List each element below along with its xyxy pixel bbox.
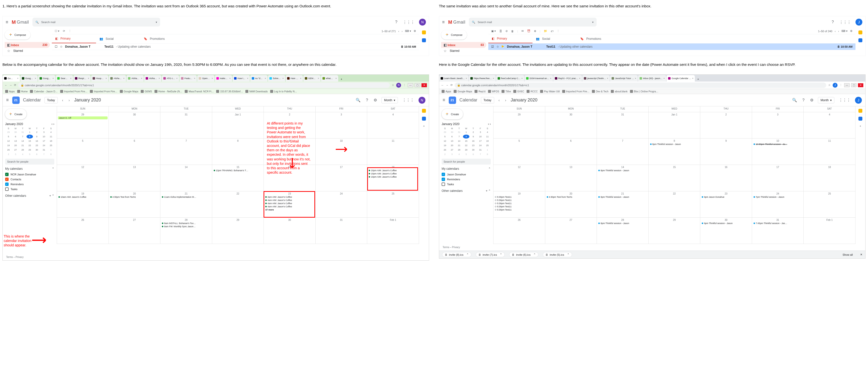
- calendar-grid[interactable]: SUNMONTUEWEDTHUFRISAT29Jason D. Off3031J…: [57, 106, 419, 244]
- tasks-icon[interactable]: [422, 38, 426, 42]
- input-tools-icon[interactable]: ⌨ ▾: [405, 29, 411, 33]
- add-icon[interactable]: +: [860, 125, 861, 127]
- day-cell[interactable]: 4: [804, 112, 856, 139]
- back-icon[interactable]: ←: [441, 84, 444, 87]
- menu-icon[interactable]: ≡: [6, 20, 8, 25]
- move-icon[interactable]: 📁: [544, 29, 547, 33]
- max-button[interactable]: ▢: [414, 83, 420, 87]
- browser-tab[interactable]: Go…×: [3, 75, 20, 82]
- day-cell[interactable]: 6: [109, 139, 161, 165]
- menu-icon[interactable]: ≡: [442, 20, 445, 25]
- browser-tab[interactable]: Open…×: [197, 75, 214, 82]
- tab-social[interactable]: 👥Social: [532, 34, 577, 43]
- day-cell[interactable]: 31: [597, 112, 649, 139]
- browser-tab[interactable]: Aloha…×: [126, 75, 144, 82]
- next-icon[interactable]: ›: [490, 122, 491, 126]
- spam-icon[interactable]: ⊘: [505, 29, 508, 33]
- help-icon[interactable]: ?: [394, 19, 398, 25]
- archive-icon[interactable]: 🗄: [499, 30, 502, 33]
- browser-tab[interactable]: what…×: [321, 75, 338, 82]
- back-icon[interactable]: ←: [5, 84, 7, 87]
- next-icon[interactable]: ›: [402, 30, 403, 33]
- day-cell[interactable]: 25: [367, 191, 419, 218]
- add-task-icon[interactable]: ⊕: [534, 29, 536, 33]
- mail-row[interactable]: ☑ ☆ ⯈ Donahue, Jason T Test11 - Updating…: [488, 43, 856, 50]
- close-button[interactable]: ✕: [422, 83, 427, 87]
- search-people-input[interactable]: Search for people: [442, 159, 491, 164]
- folder-inbox[interactable]: ◧ Inbox 230: [5, 42, 50, 48]
- day-cell[interactable]: 6: [545, 139, 597, 165]
- checkbox[interactable]: ☐: [55, 45, 58, 49]
- day-cell[interactable]: 30: [109, 112, 161, 139]
- browser-tab[interactable]: Sear…×: [56, 75, 73, 82]
- browser-tab[interactable]: Hoop…×: [91, 75, 108, 82]
- tab-primary[interactable]: ◧Primary: [52, 34, 96, 43]
- tab-social[interactable]: 👥Social: [96, 34, 140, 43]
- new-tab-button[interactable]: +: [695, 77, 701, 82]
- url-input[interactable]: 🔒 calendar.google.com/calendar/r/month/2…: [18, 83, 390, 88]
- browser-tab[interactable]: Repl.it - FCC prac…×: [553, 75, 582, 82]
- bookmark[interactable]: about:blank: [611, 90, 627, 93]
- browser-tab[interactable]: Goog…×: [38, 75, 55, 82]
- bookmark[interactable]: MassTransit: NCR Fi…: [185, 90, 214, 93]
- browser-tab[interactable]: make…×: [215, 75, 232, 82]
- browser-tab[interactable]: Inbox (83) - jason…×: [638, 75, 666, 82]
- day-cell[interactable]: 31: [160, 112, 212, 139]
- download-chip[interactable]: 🗓invite (7).ics⌃: [476, 252, 505, 257]
- calendar-grid[interactable]: SUNMONTUEWEDTHUFRISAT293031Jan 123456788…: [493, 106, 856, 244]
- browser-tab[interactable]: javascript (Testin…×: [582, 75, 610, 82]
- chevron-up-icon[interactable]: ⌃: [52, 194, 54, 197]
- search-people-input[interactable]: Search for people: [5, 159, 54, 164]
- day-cell[interactable]: 7: [160, 139, 212, 165]
- mini-calendar[interactable]: SMTWTFS293031123456789101112131415161718…: [442, 127, 491, 156]
- day-cell[interactable]: Feb 1: [367, 218, 419, 244]
- more-icon[interactable]: ⋮: [68, 29, 71, 33]
- day-cell[interactable]: 8: [212, 139, 264, 165]
- day-cell[interactable]: 204:30pm Test from Tech1: [545, 191, 597, 218]
- day-cell[interactable]: Jan 1: [212, 112, 264, 139]
- help-icon[interactable]: ?: [365, 97, 369, 103]
- bookmark[interactable]: WFDS: [488, 90, 499, 93]
- input-tools-icon[interactable]: ⌨ ▾: [841, 29, 847, 33]
- bookmark[interactable]: Home: [17, 90, 28, 93]
- label-icon[interactable]: 🏷: [551, 30, 553, 33]
- forward-icon[interactable]: →: [446, 84, 448, 87]
- settings-icon[interactable]: ⚙: [850, 29, 852, 33]
- bookmark[interactable]: Home - NetSuite (N…: [154, 90, 182, 93]
- next-month-icon[interactable]: ›: [504, 97, 507, 103]
- day-cell[interactable]: 1910am AIM: Jason's Coffee: [57, 191, 109, 218]
- day-cell[interactable]: 29Jason D. Off: [57, 112, 109, 139]
- calendar-toggle[interactable]: Tasks: [442, 182, 491, 187]
- bookmark[interactable]: Log In to Fidelity N…: [270, 90, 297, 93]
- browser-tab[interactable]: Google Calendar …×: [666, 75, 695, 82]
- mark-read-icon[interactable]: ✉: [521, 29, 524, 33]
- add-icon[interactable]: +: [50, 194, 51, 197]
- day-cell[interactable]: 17: [316, 165, 367, 191]
- day-cell[interactable]: 13: [109, 165, 161, 191]
- browser-tab[interactable]: Aloha…×: [109, 75, 126, 82]
- next-icon[interactable]: ›: [53, 122, 54, 126]
- browser-tab[interactable]: Solve…×: [268, 75, 285, 82]
- day-cell[interactable]: 317:45pm Thinkful session - Jas…: [752, 218, 804, 244]
- browser-tab[interactable]: GEM…×: [303, 75, 320, 82]
- day-cell[interactable]: 239pm Jason Donahue: [700, 191, 752, 218]
- min-button[interactable]: —: [408, 83, 413, 87]
- compose-button[interactable]: + Compose: [5, 30, 30, 39]
- menu-icon[interactable]: ⋮: [839, 84, 842, 87]
- help-icon[interactable]: ?: [831, 19, 835, 25]
- bookmark[interactable]: Google Maps: [454, 90, 472, 93]
- bookmark[interactable]: 153.87.38.63/dbinf…: [216, 90, 243, 93]
- profile-avatar[interactable]: N: [396, 83, 401, 88]
- chevron-up-icon[interactable]: ⌃: [488, 167, 491, 171]
- bookmark[interactable]: Pay Water Util: [540, 90, 560, 93]
- day-cell[interactable]: 24: [316, 191, 367, 218]
- day-cell[interactable]: 17: [752, 165, 804, 191]
- apps-icon[interactable]: ⋮⋮⋮: [402, 19, 415, 26]
- day-cell[interactable]: 218pm Thinkful session - Jason: [597, 191, 649, 218]
- bookmark[interactable]: Calendar - Jason D…: [30, 90, 58, 93]
- snooze-icon[interactable]: ⏰: [527, 29, 530, 33]
- bookmark[interactable]: Apps: [5, 90, 15, 93]
- close-button[interactable]: ✕: [858, 83, 863, 87]
- bookmark[interactable]: GVEC: [513, 90, 524, 93]
- day-cell[interactable]: 26: [57, 218, 109, 244]
